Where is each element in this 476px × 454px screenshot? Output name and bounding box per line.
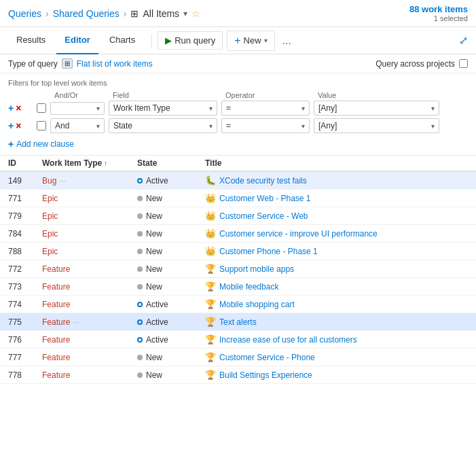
table-row[interactable]: 777 Feature New 🏆 Customer Service - Pho…: [0, 349, 476, 366]
state-dot-2: [137, 213, 143, 219]
cell-id-6: 773: [8, 282, 42, 292]
filter-row-1-checkbox[interactable]: [37, 103, 46, 113]
tab-charts[interactable]: Charts: [101, 27, 143, 54]
more-button[interactable]: ...: [279, 31, 295, 50]
state-dot-6: [137, 284, 143, 290]
breadcrumb-queries[interactable]: Queries: [8, 8, 41, 19]
operator-2-caret: ▾: [301, 122, 305, 130]
filter-row-2-checkbox[interactable]: [37, 121, 46, 130]
breadcrumb-sep-1: ›: [45, 8, 49, 19]
cell-state-10: New: [137, 353, 205, 362]
cell-id-4: 788: [8, 247, 42, 256]
cell-title-11[interactable]: 🏆 Build Settings Experience: [205, 370, 468, 380]
across-projects-checkbox[interactable]: [459, 59, 468, 68]
expand-button[interactable]: ⤢: [459, 34, 468, 47]
title-icon-0: 🐛: [205, 175, 216, 186]
cell-type-11: Feature: [42, 370, 137, 380]
table-row[interactable]: 788 Epic New 👑 Customer Phone - Phase 1: [0, 243, 476, 260]
cell-type-5: Feature: [42, 264, 137, 274]
table-row[interactable]: 778 Feature New 🏆 Build Settings Experie…: [0, 366, 476, 384]
cell-id-0: 149: [8, 176, 42, 186]
query-type-left: Type of query ⊞ Flat list of work items: [8, 58, 153, 69]
cell-title-10[interactable]: 🏆 Customer Service - Phone: [205, 352, 468, 362]
cell-title-5[interactable]: 🏆 Support mobile apps: [205, 264, 468, 274]
title-icon-10: 🏆: [205, 352, 216, 362]
ellipsis-icon[interactable]: ···: [73, 318, 79, 326]
run-query-label: Run query: [175, 35, 215, 46]
state-dot-11: [137, 372, 143, 378]
state-dot-1: [137, 196, 143, 201]
title-text-1: Customer Web - Phase 1: [219, 194, 311, 203]
cell-type-8: Feature ···: [42, 317, 137, 327]
table-icon: ⊞: [130, 8, 139, 19]
cell-state-3: New: [137, 229, 205, 239]
col-header-title[interactable]: Title: [205, 158, 468, 168]
title-text-6: Mobile feedback: [219, 282, 278, 292]
cell-title-2[interactable]: 👑 Customer Service - Web: [205, 211, 468, 221]
col-type-label: Work Item Type: [42, 158, 102, 168]
table-row[interactable]: 779 Epic New 👑 Customer Service - Web: [0, 207, 476, 225]
cell-title-1[interactable]: 👑 Customer Web - Phase 1: [205, 193, 468, 203]
table-row[interactable]: 772 Feature New 🏆 Support mobile apps: [0, 260, 476, 278]
tab-editor[interactable]: Editor: [56, 27, 98, 54]
state-label-2: New: [146, 211, 162, 221]
filter-row-1-operator[interactable]: = ▾: [221, 101, 310, 116]
cell-state-7: Active: [137, 300, 205, 309]
filter-row-2-andor[interactable]: And ▾: [50, 118, 105, 133]
add-clause-button[interactable]: + Add new clause: [8, 139, 468, 150]
table-row[interactable]: 771 Epic New 👑 Customer Web - Phase 1: [0, 190, 476, 207]
filter-row-2-field[interactable]: State ▾: [109, 118, 217, 133]
star-icon[interactable]: ☆: [191, 8, 200, 19]
filter-row-1-andor[interactable]: ▾: [50, 102, 105, 115]
state-dot-7: [137, 302, 143, 307]
table-row[interactable]: 773 Feature New 🏆 Mobile feedback: [0, 278, 476, 296]
breadcrumb-shared-queries[interactable]: Shared Queries: [53, 8, 120, 19]
title-icon-3: 👑: [205, 228, 216, 239]
state-dot-10: [137, 355, 143, 360]
filter-row-2-operator[interactable]: = ▾: [221, 118, 310, 133]
tab-divider: [151, 34, 152, 48]
type-label-7: Feature: [42, 300, 70, 309]
table-row[interactable]: 784 Epic New 👑 Customer service - improv…: [0, 225, 476, 243]
table-row[interactable]: 776 Feature Active 🏆 Increase ease of us…: [0, 331, 476, 349]
filter-row-1-add[interactable]: +: [8, 103, 14, 114]
state-dot-8: [137, 319, 143, 325]
filter-row-1-field[interactable]: Work Item Type ▾: [109, 101, 217, 116]
cell-title-9[interactable]: 🏆 Increase ease of use for all customers: [205, 334, 468, 345]
tab-results[interactable]: Results: [8, 27, 54, 54]
filter-row-2-value[interactable]: [Any] ▾: [314, 118, 439, 133]
ellipsis-icon[interactable]: ···: [59, 177, 65, 185]
cell-state-4: New: [137, 247, 205, 256]
filter-row-2-remove[interactable]: ×: [16, 120, 21, 131]
cell-title-4[interactable]: 👑 Customer Phone - Phase 1: [205, 246, 468, 256]
type-label-11: Feature: [42, 370, 70, 380]
chevron-down-icon[interactable]: ▾: [183, 9, 187, 18]
query-type-value[interactable]: Flat list of work items: [77, 59, 153, 69]
field-2-caret: ▾: [209, 122, 213, 130]
filter-row-2-add[interactable]: +: [8, 120, 14, 131]
state-label-10: New: [146, 353, 162, 362]
col-header-work-item-type[interactable]: Work Item Type ↑: [42, 158, 137, 168]
filter-row-1-remove[interactable]: ×: [16, 103, 21, 114]
title-text-2: Customer Service - Web: [219, 211, 308, 221]
table-row[interactable]: 149 Bug ··· Active 🐛 XCode security test…: [0, 172, 476, 190]
andor-2-label: And: [55, 121, 69, 130]
title-icon-5: 🏆: [205, 264, 216, 274]
table-row[interactable]: 775 Feature ··· Active 🏆 Text alerts: [0, 313, 476, 331]
cell-title-3[interactable]: 👑 Customer service - improve UI performa…: [205, 228, 468, 239]
table-row[interactable]: 774 Feature Active 🏆 Mobile shopping car…: [0, 296, 476, 313]
state-dot-3: [137, 231, 143, 237]
cell-id-5: 772: [8, 264, 42, 274]
filter-row-1-value[interactable]: [Any] ▾: [314, 101, 439, 116]
cell-title-0[interactable]: 🐛 XCode security test fails: [205, 175, 468, 186]
col-header-state[interactable]: State: [137, 158, 205, 168]
run-query-button[interactable]: ▶ Run query: [158, 31, 223, 50]
cell-type-9: Feature: [42, 335, 137, 345]
new-button[interactable]: + New ▾: [227, 31, 274, 51]
type-label-0: Bug: [42, 176, 56, 186]
cell-title-6[interactable]: 🏆 Mobile feedback: [205, 281, 468, 292]
new-chevron-icon: ▾: [264, 37, 268, 44]
cell-title-8[interactable]: 🏆 Text alerts: [205, 317, 468, 327]
cell-title-7[interactable]: 🏆 Mobile shopping cart: [205, 299, 468, 309]
add-clause-plus-icon: +: [8, 139, 14, 150]
